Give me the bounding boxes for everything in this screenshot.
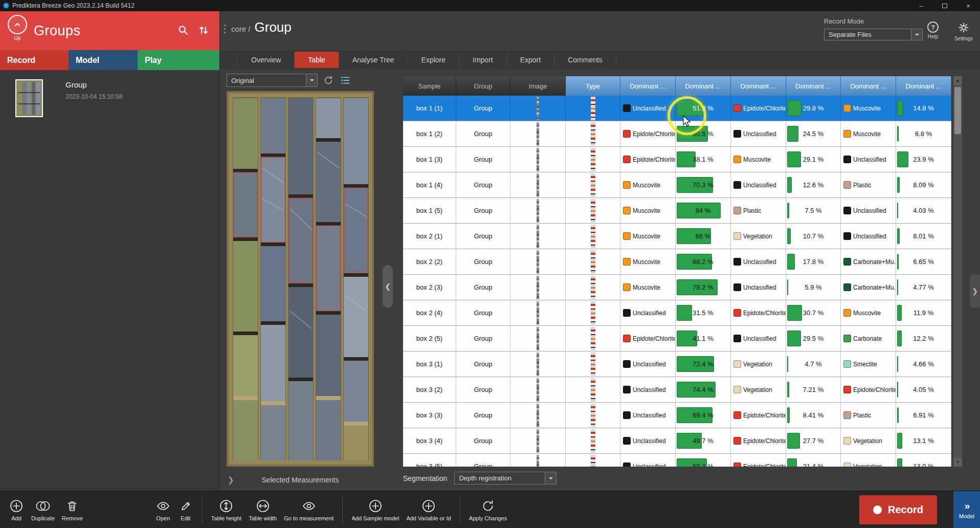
minimize-button[interactable]: –: [909, 0, 933, 11]
mineral-swatch: [843, 386, 851, 393]
dominant-mineral-cell: Epidote/Chlorite: [731, 403, 786, 428]
tab-export[interactable]: Export: [507, 52, 554, 68]
tab-table[interactable]: Table: [295, 52, 339, 68]
dominant-mineral-cell: Smectite: [841, 351, 896, 377]
mineral-swatch: [733, 309, 741, 317]
column-header-3[interactable]: Type: [566, 76, 620, 96]
help-button[interactable]: ? Help: [922, 21, 944, 41]
table-row[interactable]: box 1 (4)GroupMuscovite70.3 %Unclassifie…: [403, 172, 951, 198]
image-strip: [537, 250, 539, 274]
open-button[interactable]: Open: [152, 498, 174, 521]
column-header-0[interactable]: Sample: [403, 76, 456, 96]
tab-analyse-tree[interactable]: Analyse Tree: [339, 52, 408, 68]
apply-changes-button[interactable]: Apply Changes: [465, 498, 511, 521]
panel-splitter-handle[interactable]: [221, 25, 228, 33]
tab-overview[interactable]: Overview: [237, 52, 295, 68]
table-row[interactable]: box 1 (5)GroupMuscovite84 %Plastic7.5 %U…: [403, 198, 951, 224]
dominant-percent-cell: 70.3 %: [676, 172, 731, 197]
column-header-8[interactable]: Dominant ...: [841, 76, 896, 96]
segmentation-select[interactable]: Depth registration: [454, 472, 556, 485]
table-row[interactable]: box 3 (5)GroupUnclassified59.3 %Epidote/…: [403, 454, 951, 467]
record-button[interactable]: Record: [859, 495, 937, 524]
column-header-6[interactable]: Dominant ...: [731, 76, 786, 96]
duplicate-button[interactable]: Duplicate: [28, 498, 58, 521]
maximize-button[interactable]: [933, 0, 956, 11]
dominant-mineral-cell: Vegetation: [731, 351, 786, 377]
column-header-9[interactable]: Dominant ...: [896, 76, 951, 96]
column-header-2[interactable]: Image: [510, 76, 566, 96]
percent-value: 7.5 %: [805, 207, 821, 214]
chevron-down-icon[interactable]: [911, 29, 922, 40]
mineral-swatch: [733, 283, 741, 291]
mineral-name: Carbonate+Mu...: [853, 258, 896, 266]
refresh-image-button[interactable]: [322, 74, 335, 87]
core-sample-image[interactable]: [227, 91, 374, 467]
type-cell: [566, 454, 620, 467]
chevron-down-icon[interactable]: [545, 472, 556, 484]
group-cell: Group: [456, 249, 510, 274]
scroll-up-icon[interactable]: ▲: [953, 76, 962, 85]
sort-icon[interactable]: [197, 24, 210, 39]
add-variable-button[interactable]: Add Variable or Id: [403, 498, 454, 521]
tab-import[interactable]: Import: [459, 52, 507, 68]
mineral-name: Muscovite: [633, 284, 660, 291]
percent-value: 31.5 %: [693, 309, 713, 317]
toolbar-button-label: Table height: [211, 515, 241, 521]
tab-comments[interactable]: Comments: [554, 52, 616, 68]
sidebar-tab-play[interactable]: Play: [138, 50, 219, 70]
table-row[interactable]: box 3 (1)GroupUnclassified72.4 %Vegetati…: [403, 351, 951, 377]
add-button[interactable]: Add: [5, 498, 28, 521]
up-button[interactable]: Up: [6, 15, 29, 41]
image-mode-select[interactable]: Original: [227, 74, 318, 87]
table-row[interactable]: box 1 (2)GroupEpidote/Chlorite60.5 %Uncl…: [403, 121, 951, 147]
close-button[interactable]: ×: [956, 0, 980, 11]
column-header-1[interactable]: Group: [456, 76, 510, 96]
column-header-4[interactable]: Dominant ...: [620, 76, 676, 96]
scrollbar-thumb[interactable]: [954, 87, 961, 134]
right-panel-expander[interactable]: ❯: [970, 275, 980, 307]
dominant-mineral-cell: Epidote/Chlorite: [620, 326, 676, 351]
model-corner-button[interactable]: » Model: [953, 491, 980, 528]
table-row[interactable]: box 2 (5)GroupEpidote/Chlorite41.1 %Uncl…: [403, 326, 951, 351]
add-sample-model-button[interactable]: Add Sample model: [348, 498, 403, 521]
tab-explore[interactable]: Explore: [408, 52, 459, 68]
remove-button[interactable]: Remove: [58, 498, 86, 521]
scroll-down-icon[interactable]: ▼: [953, 458, 962, 467]
viewer-collapse-handle[interactable]: ❮: [383, 265, 393, 308]
table-row[interactable]: box 1 (1)GroupUnclassified51.3 %Epidote/…: [403, 96, 951, 121]
dominant-percent-cell: 31.5 %: [676, 300, 731, 325]
chevron-down-icon[interactable]: [306, 74, 317, 86]
table-row[interactable]: box 2 (1)GroupMuscovite66 %Vegetation10.…: [403, 224, 951, 249]
table-row[interactable]: box 2 (2)GroupMuscovite68.2 %Unclassifie…: [403, 249, 951, 275]
table-row[interactable]: box 3 (4)GroupUnclassified49.7 %Epidote/…: [403, 428, 951, 454]
table-height-button[interactable]: Table height: [208, 498, 245, 521]
type-strip: [591, 353, 595, 376]
percent-bar: [897, 458, 902, 467]
type-cell: [566, 275, 620, 300]
sidebar-tab-record[interactable]: Record: [0, 50, 69, 70]
table-row[interactable]: box 3 (2)GroupUnclassified74.4 %Vegetati…: [403, 377, 951, 403]
go-to-measurement-button[interactable]: Go to measurement: [280, 498, 337, 521]
table-row[interactable]: box 1 (3)GroupEpidote/Chlorite38.1 %Musc…: [403, 147, 951, 172]
table-row[interactable]: box 2 (3)GroupMuscovite78.2 %Unclassifie…: [403, 275, 951, 300]
mineral-name: Unclassified: [633, 361, 666, 368]
measurement-list-item[interactable]: Group2023-10-04 15:10:58: [0, 70, 219, 117]
sidebar-tab-model[interactable]: Model: [69, 50, 138, 70]
settings-button[interactable]: Settings: [952, 21, 975, 41]
percent-bar: [897, 177, 900, 193]
column-header-7[interactable]: Dominant ...: [786, 76, 841, 96]
column-header-5[interactable]: Dominant ...: [676, 76, 731, 96]
mineral-swatch: [843, 437, 851, 445]
group-cell: Group: [456, 224, 510, 249]
table-width-button[interactable]: Table width: [245, 498, 280, 521]
table-row[interactable]: box 3 (3)GroupUnclassified69.4 %Epidote/…: [403, 403, 951, 428]
search-icon[interactable]: [176, 24, 190, 39]
table-scrollbar[interactable]: ▲ ▼: [953, 76, 962, 467]
table-row[interactable]: box 2 (4)GroupUnclassified31.5 %Epidote/…: [403, 300, 951, 326]
selected-measurements-bar[interactable]: ❯ Selected Measurements: [227, 471, 374, 489]
edit-button[interactable]: Edit: [174, 498, 197, 521]
record-mode-select[interactable]: Separate Files: [824, 29, 923, 40]
dominant-percent-cell: 13.1 %: [896, 428, 951, 453]
breadcrumb-parent[interactable]: core /: [231, 25, 251, 33]
measurement-list-icon[interactable]: [339, 74, 352, 87]
